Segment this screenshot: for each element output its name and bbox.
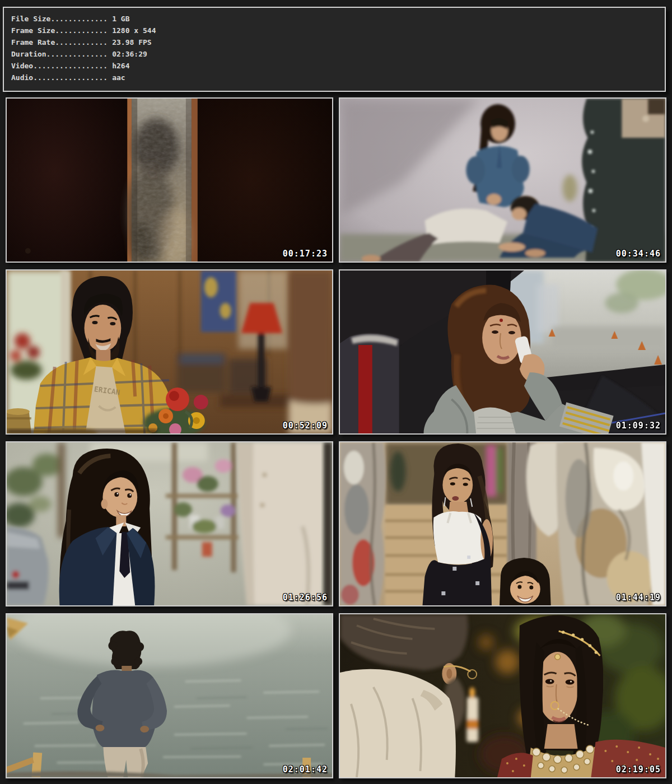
timestamp-overlay: 00:52:09 bbox=[283, 421, 328, 431]
info-value: 1280 x 544 bbox=[108, 26, 156, 35]
screenshot-thumb-8[interactable]: 02:19:05 bbox=[339, 613, 666, 778]
info-label: Video................. bbox=[11, 62, 108, 70]
timestamp-overlay: 01:26:56 bbox=[283, 592, 328, 603]
info-value: 23.98 FPS bbox=[108, 38, 151, 46]
scene-car-phone-call bbox=[340, 270, 665, 433]
info-row-duration: Duration..............02:36:29 bbox=[11, 48, 665, 60]
screenshot-thumb-4[interactable]: 01:09:32 bbox=[339, 269, 666, 435]
info-row-frame-size: Frame Size............1280 x 544 bbox=[11, 25, 665, 36]
scene-cafe-plaid-shirt: ERICAN bbox=[7, 270, 332, 433]
info-value: 02:36:29 bbox=[108, 50, 147, 58]
info-row-file-size: File Size.............1 GB bbox=[11, 13, 665, 25]
info-value: aac bbox=[108, 73, 125, 82]
info-value: 1 GB bbox=[108, 15, 129, 23]
info-label: Frame Size............ bbox=[11, 26, 108, 35]
timestamp-overlay: 02:01:42 bbox=[283, 764, 328, 774]
scene-black-saree-market bbox=[340, 442, 665, 605]
screenshot-thumb-3[interactable]: ERICAN 00:52:09 bbox=[6, 269, 333, 435]
screenshot-grid: 00:17:23 bbox=[6, 97, 666, 778]
screenshot-thumb-5[interactable]: 01:26:56 bbox=[6, 441, 333, 606]
info-row-frame-rate: Frame Rate............23.98 FPS bbox=[11, 36, 665, 48]
info-row-audio: Audio.................aac bbox=[11, 72, 665, 83]
media-info-panel: File Size.............1 GB Frame Size...… bbox=[3, 7, 666, 92]
screenshot-thumb-2[interactable]: 00:34:46 bbox=[339, 97, 666, 263]
timestamp-overlay: 02:19:05 bbox=[616, 764, 661, 774]
timestamp-overlay: 01:44:19 bbox=[616, 592, 661, 603]
screenshot-thumb-6[interactable]: 01:44:19 bbox=[339, 441, 666, 606]
info-label: Frame Rate............ bbox=[11, 38, 108, 46]
screenshot-thumb-1[interactable]: 00:17:23 bbox=[6, 97, 333, 263]
info-value: h264 bbox=[108, 62, 129, 70]
info-label: File Size............. bbox=[11, 15, 108, 23]
scene-girl-blazer-flower-shop bbox=[7, 442, 332, 605]
timestamp-overlay: 01:09:32 bbox=[616, 421, 661, 431]
info-label: Audio................. bbox=[11, 73, 108, 82]
scene-man-facing-sea bbox=[7, 614, 332, 777]
scene-frosted-glass-silhouette bbox=[7, 99, 332, 262]
screenshot-thumb-7[interactable]: 02:01:42 bbox=[6, 613, 333, 778]
scene-bride-candlelight bbox=[340, 614, 665, 777]
timestamp-overlay: 00:17:23 bbox=[283, 249, 328, 259]
info-label: Duration.............. bbox=[11, 50, 108, 58]
info-row-video: Video.................h264 bbox=[11, 60, 665, 72]
timestamp-overlay: 00:34:46 bbox=[616, 249, 661, 259]
scene-woman-consoling-boy bbox=[340, 99, 665, 262]
